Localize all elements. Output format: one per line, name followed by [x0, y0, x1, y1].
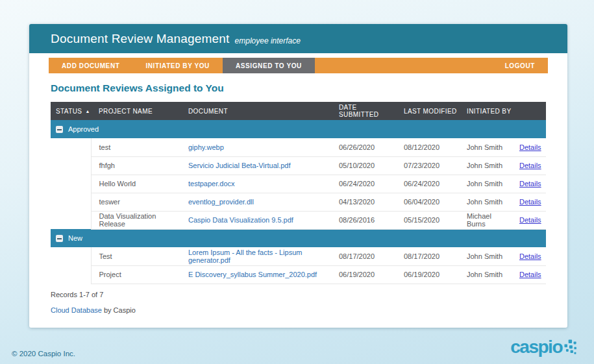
document-link[interactable]: Caspio Data Visualization 9.5.pdf	[188, 216, 293, 224]
table-row: Test Lorem Ipsum - All the facts - Lipsu…	[51, 247, 546, 265]
nav-bar: ADD DOCUMENT INITIATED BY YOU ASSIGNED T…	[49, 58, 548, 73]
page-title: Document Reviews Assigned to You	[51, 82, 546, 94]
document-link[interactable]: Servicio Judicial Beta-Virtual.pdf	[188, 162, 291, 169]
status-spacer-cell	[51, 211, 91, 229]
logout-button[interactable]: LOGOUT	[492, 58, 548, 73]
initiated-by-cell: John Smith	[459, 175, 512, 193]
document-link[interactable]: eventlog_provider.dll	[188, 198, 254, 206]
group-row-approved: Approved	[51, 120, 546, 138]
app-subtitle: employee interface	[235, 36, 301, 45]
date-submitted-cell: 06/26/2020	[331, 138, 396, 156]
column-header-initiated-by[interactable]: INITIATED BY	[459, 102, 512, 120]
last-modified-cell: 08/17/2020	[396, 247, 459, 265]
last-modified-cell: 06/19/2020	[396, 265, 459, 284]
group-row-new: New	[51, 229, 546, 247]
tab-assigned-to-you[interactable]: ASSIGNED TO YOU	[223, 58, 315, 73]
date-submitted-cell: 06/19/2020	[331, 265, 396, 284]
status-spacer-cell	[51, 247, 91, 265]
date-submitted-cell: 06/24/2020	[331, 175, 396, 193]
date-submitted-cell: 04/13/2020	[331, 193, 396, 211]
caspio-logo-text: caspio	[510, 338, 562, 356]
app-card: Document Review Management employee inte…	[29, 24, 567, 328]
initiated-by-cell: Michael Burns	[459, 211, 512, 229]
initiated-by-cell: John Smith	[459, 138, 512, 156]
table-row: Project E Discovery_syllabus Summer_2020…	[51, 265, 546, 284]
group-label: New	[68, 234, 82, 242]
table-row: fhfgh Servicio Judicial Beta-Virtual.pdf…	[51, 156, 546, 175]
details-link[interactable]: Details	[519, 216, 541, 224]
status-spacer-cell	[51, 193, 91, 211]
cloud-database-link[interactable]: Cloud Database	[51, 306, 102, 314]
column-header-project-name[interactable]: PROJECT NAME	[91, 102, 180, 120]
nav-spacer	[315, 58, 492, 73]
column-header-date-submitted[interactable]: DATE SUBMITTED	[331, 102, 396, 120]
details-link[interactable]: Details	[519, 252, 541, 260]
initiated-by-cell: John Smith	[459, 247, 512, 265]
status-spacer-cell	[51, 175, 91, 193]
status-spacer-cell	[51, 265, 91, 284]
document-link[interactable]: testpaper.docx	[188, 180, 235, 188]
document-link[interactable]: E Discovery_syllabus Summer_2020.pdf	[188, 271, 317, 278]
last-modified-cell: 05/15/2020	[396, 211, 459, 229]
document-review-table: STATUS▲ PROJECT NAME DOCUMENT DATE SUBMI…	[51, 102, 546, 284]
table-row: teswer eventlog_provider.dll 04/13/2020 …	[51, 193, 546, 211]
collapse-group-icon[interactable]	[56, 126, 63, 133]
date-submitted-cell: 08/26/2016	[331, 211, 396, 229]
branding-line: Cloud Database by Caspio	[51, 306, 546, 314]
project-name-cell: Test	[91, 247, 180, 265]
tab-initiated-by-you[interactable]: INITIATED BY YOU	[132, 58, 223, 73]
last-modified-cell: 08/12/2020	[396, 138, 459, 156]
copyright-text: © 2020 Caspio Inc.	[12, 350, 75, 358]
project-name-cell: Data Visualization Release	[91, 211, 180, 229]
content-area: Document Reviews Assigned to You STATUS▲…	[29, 82, 567, 314]
caspio-logo: caspio	[510, 338, 577, 359]
details-link[interactable]: Details	[519, 271, 541, 278]
caspio-logo-mark-icon	[564, 339, 577, 359]
date-submitted-cell: 05/10/2020	[331, 156, 396, 175]
column-header-document[interactable]: DOCUMENT	[180, 102, 331, 120]
details-link[interactable]: Details	[519, 162, 541, 169]
column-header-details	[512, 102, 546, 120]
project-name-cell: fhfgh	[91, 156, 180, 175]
app-header: Document Review Management employee inte…	[29, 24, 567, 53]
table-row: Data Visualization Release Caspio Data V…	[51, 211, 546, 229]
sort-ascending-icon: ▲	[85, 109, 90, 114]
table-row: Hello World testpaper.docx 06/24/2020 06…	[51, 175, 546, 193]
document-link[interactable]: giphy.webp	[188, 143, 224, 151]
branding-suffix: by Caspio	[102, 306, 136, 314]
project-name-cell: teswer	[91, 193, 180, 211]
date-submitted-cell: 08/17/2020	[331, 247, 396, 265]
details-link[interactable]: Details	[519, 143, 541, 151]
last-modified-cell: 06/04/2020	[396, 193, 459, 211]
column-header-status-label: STATUS	[56, 108, 82, 115]
column-header-status[interactable]: STATUS▲	[51, 102, 91, 120]
collapse-group-icon[interactable]	[56, 235, 63, 242]
project-name-cell: Project	[91, 265, 180, 284]
records-count: Records 1-7 of 7	[51, 291, 546, 298]
details-link[interactable]: Details	[519, 198, 541, 206]
initiated-by-cell: John Smith	[459, 156, 512, 175]
project-name-cell: Hello World	[91, 175, 180, 193]
column-header-last-modified[interactable]: LAST MODIFIED	[396, 102, 459, 120]
details-link[interactable]: Details	[519, 180, 541, 188]
document-link[interactable]: Lorem Ipsum - All the facts - Lipsum gen…	[188, 249, 302, 264]
initiated-by-cell: John Smith	[459, 265, 512, 284]
project-name-cell: test	[91, 138, 180, 156]
status-spacer-cell	[51, 156, 91, 175]
status-spacer-cell	[51, 138, 91, 156]
last-modified-cell: 06/24/2020	[396, 175, 459, 193]
last-modified-cell: 07/23/2020	[396, 156, 459, 175]
table-row: test giphy.webp 06/26/2020 08/12/2020 Jo…	[51, 138, 546, 156]
tab-add-document[interactable]: ADD DOCUMENT	[49, 58, 132, 73]
initiated-by-cell: John Smith	[459, 193, 512, 211]
group-label: Approved	[68, 125, 99, 133]
app-title: Document Review Management	[51, 32, 230, 46]
table-header-row: STATUS▲ PROJECT NAME DOCUMENT DATE SUBMI…	[51, 102, 546, 120]
